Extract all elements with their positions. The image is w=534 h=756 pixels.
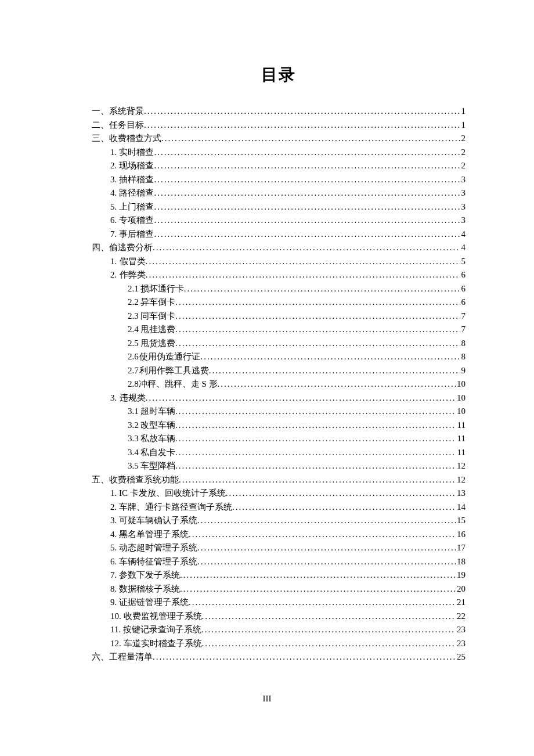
- toc-entry-label: 收费稽查系统功能: [109, 473, 179, 487]
- toc-entry: 3.抽样稽查3: [92, 173, 466, 187]
- toc-entry-page: 3: [460, 200, 466, 214]
- toc-leader: [209, 364, 460, 378]
- toc-entry-page: 23: [456, 637, 466, 651]
- toc-leader: [154, 214, 460, 228]
- toc-leader: [175, 446, 456, 460]
- toc-entry-number: 五、: [92, 473, 109, 487]
- toc-entry-page: 4: [460, 228, 466, 242]
- toc-entry-number: 2.7: [128, 364, 139, 378]
- toc-leader: [175, 405, 456, 419]
- toc-entry-label: 改型车辆: [140, 419, 175, 433]
- toc-leader: [175, 296, 460, 309]
- toc-entry: 四、偷逃费分析4: [92, 241, 466, 255]
- toc-entry: 2. 车牌、通行卡路径查询子系统14: [92, 501, 466, 514]
- toc-entry-page: 11: [456, 419, 466, 433]
- toc-entry-page: 2: [460, 132, 466, 146]
- toc-leader: [197, 514, 456, 528]
- toc-entry: 五、收费稽查系统功能12: [92, 473, 466, 487]
- toc-entry: 8. 数据稽核子系统20: [92, 582, 466, 596]
- toc-leader: [175, 309, 460, 323]
- toc-entry-page: 17: [456, 541, 466, 555]
- toc-entry-label: 冲秤、跳秤、走 S 形: [139, 377, 218, 391]
- toc-entry: 2.4甩挂逃费7: [92, 323, 466, 337]
- toc-entry: 3.5车型降档12: [92, 459, 466, 473]
- toc-entry-page: 12: [456, 473, 466, 487]
- toc-entry-number: 2.5: [128, 337, 140, 351]
- toc-entry: 1.假冒类5: [92, 255, 466, 269]
- toc-entry-number: 2.: [110, 159, 119, 173]
- toc-entry-number: 3.2: [128, 419, 140, 433]
- toc-leader: [189, 528, 456, 542]
- toc-leader: [226, 487, 456, 501]
- toc-entry-label: 甩挂逃费: [140, 323, 175, 337]
- toc-entry-label: 使用伪造通行证: [139, 350, 200, 364]
- toc-entry: 3.1超时车辆10: [92, 405, 466, 419]
- toc-entry: 2.作弊类6: [92, 268, 466, 282]
- toc-entry-page: 18: [456, 555, 466, 569]
- toc-entry: 2.现场稽查2: [92, 159, 466, 173]
- toc-entry-page: 20: [456, 582, 466, 596]
- toc-entry-page: 6: [460, 296, 466, 309]
- toc-entry-label: 1. IC 卡发放、回收统计子系统: [110, 487, 226, 501]
- toc-entry-page: 2: [460, 159, 466, 173]
- toc-entry-page: 6: [460, 268, 466, 282]
- toc-entry-number: 三、: [92, 132, 109, 146]
- toc-entry: 2.8冲秤、跳秤、走 S 形 10: [92, 377, 466, 391]
- toc-entry-page: 21: [456, 596, 466, 610]
- toc-leader: [202, 637, 456, 651]
- toc-entry: 2.3同车倒卡7: [92, 309, 466, 323]
- toc-entry-page: 6: [460, 282, 466, 296]
- toc-entry: 2.5甩货逃费8: [92, 337, 466, 351]
- toc-entry-page: 16: [456, 528, 466, 542]
- toc-entry-label: 8. 数据稽核子系统: [110, 582, 180, 596]
- toc-leader: [175, 459, 456, 473]
- toc-entry-label: 上门稽查: [119, 200, 154, 214]
- toc-entry-label: 私放车辆: [140, 432, 175, 446]
- toc-entry-label: 超时车辆: [140, 405, 175, 419]
- toc-entry-page: 11: [456, 446, 466, 460]
- toc-entry: 2.1损坏通行卡6: [92, 282, 466, 296]
- toc-leader: [154, 146, 460, 160]
- toc-entry: 9. 证据链管理子系统21: [92, 596, 466, 610]
- toc-leader: [232, 501, 456, 514]
- toc-entry-page: 25: [456, 650, 466, 664]
- toc-entry-page: 9: [460, 364, 466, 378]
- toc-entry: 5. 动态超时管理子系统17: [92, 541, 466, 555]
- toc-entry-number: 四、: [92, 241, 109, 255]
- toc-entry-number: 六、: [92, 650, 109, 664]
- toc-entry-page: 15: [456, 514, 466, 528]
- toc-leader: [146, 255, 460, 269]
- toc-entry-page: 3: [460, 214, 466, 228]
- toc-leader: [153, 241, 460, 255]
- toc-entry-page: 4: [460, 241, 466, 255]
- toc-entry-label: 事后稽查: [119, 228, 154, 242]
- toc-entry-page: 2: [460, 146, 466, 160]
- toc-leader: [175, 432, 456, 446]
- toc-entry: 一、系统背景1: [92, 105, 466, 118]
- toc-leader: [180, 582, 456, 596]
- toc-entry-label: 4. 黑名单管理子系统: [110, 528, 189, 542]
- toc-leader: [189, 596, 456, 610]
- toc-list: 一、系统背景1二、任务目标1三、收费稽查方式21.实时稽查22.现场稽查23.抽…: [92, 105, 466, 664]
- toc-leader: [144, 118, 460, 132]
- toc-entry-number: 2.8: [128, 377, 139, 391]
- toc-entry: 3.2改型车辆11: [92, 419, 466, 433]
- toc-entry: 2.6使用伪造通行证8: [92, 350, 466, 364]
- toc-entry-label: 10. 收费监视管理子系统: [110, 610, 202, 624]
- toc-entry-label: 5. 动态超时管理子系统: [110, 541, 197, 555]
- toc-entry-label: 9. 证据链管理子系统: [110, 596, 189, 610]
- toc-entry: 6. 车辆特征管理子系统18: [92, 555, 466, 569]
- toc-entry-number: 2.4: [128, 323, 140, 337]
- toc-entry-page: 3: [460, 173, 466, 187]
- toc-entry-label: 6. 车辆特征管理子系统: [110, 555, 197, 569]
- toc-entry: 三、收费稽查方式2: [92, 132, 466, 146]
- toc-entry-label: 12. 车道实时稽查子系统: [110, 637, 202, 651]
- toc-entry-number: 二、: [92, 118, 109, 132]
- toc-entry: 3.4私自发卡11: [92, 446, 466, 460]
- toc-entry-page: 3: [460, 186, 466, 200]
- toc-entry-number: 3.3: [128, 432, 140, 446]
- toc-leader: [161, 132, 460, 146]
- toc-entry-page: 1: [460, 105, 466, 118]
- toc-leader: [154, 228, 460, 242]
- toc-entry-label: 实时稽查: [119, 146, 154, 160]
